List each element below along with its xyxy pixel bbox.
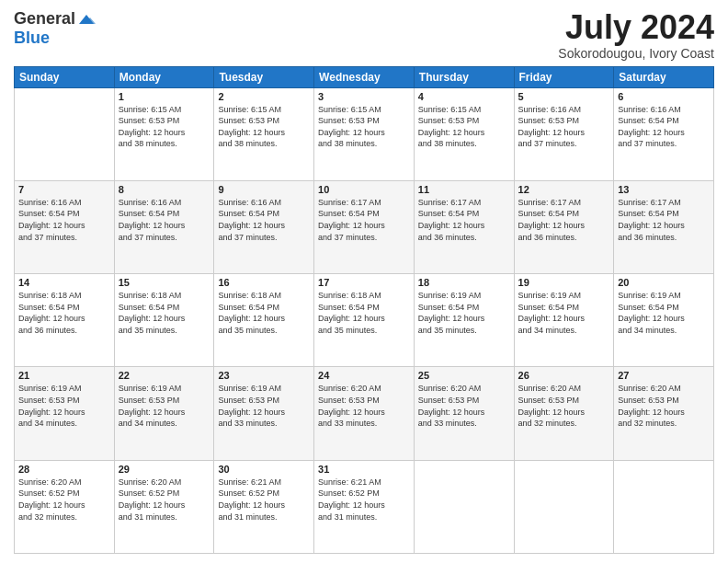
th-wednesday: Wednesday xyxy=(314,66,415,87)
day-info: Sunrise: 6:20 AM Sunset: 6:52 PM Dayligh… xyxy=(119,477,210,523)
calendar-cell xyxy=(15,87,115,180)
day-number: 14 xyxy=(18,277,110,288)
day-number: 27 xyxy=(618,370,710,381)
calendar-week-3: 14Sunrise: 6:18 AM Sunset: 6:54 PM Dayli… xyxy=(15,274,714,367)
day-info: Sunrise: 6:19 AM Sunset: 6:54 PM Dayligh… xyxy=(418,290,510,336)
day-info: Sunrise: 6:18 AM Sunset: 6:54 PM Dayligh… xyxy=(318,290,410,336)
day-number: 4 xyxy=(418,91,510,102)
day-number: 8 xyxy=(119,184,210,195)
calendar-cell: 10Sunrise: 6:17 AM Sunset: 6:54 PM Dayli… xyxy=(314,180,415,273)
th-friday: Friday xyxy=(514,66,614,87)
th-monday: Monday xyxy=(114,66,214,87)
calendar-cell: 21Sunrise: 6:19 AM Sunset: 6:53 PM Dayli… xyxy=(15,367,115,460)
day-info: Sunrise: 6:19 AM Sunset: 6:54 PM Dayligh… xyxy=(518,290,610,336)
calendar-cell: 29Sunrise: 6:20 AM Sunset: 6:52 PM Dayli… xyxy=(114,460,214,553)
calendar-cell: 15Sunrise: 6:18 AM Sunset: 6:54 PM Dayli… xyxy=(114,274,214,367)
day-number: 12 xyxy=(518,184,610,195)
day-number: 3 xyxy=(318,91,410,102)
day-number: 7 xyxy=(18,184,110,195)
day-info: Sunrise: 6:20 AM Sunset: 6:53 PM Dayligh… xyxy=(518,383,610,429)
logo-blue-text: Blue xyxy=(14,29,50,47)
calendar-cell: 28Sunrise: 6:20 AM Sunset: 6:52 PM Dayli… xyxy=(15,460,115,553)
day-number: 6 xyxy=(618,91,710,102)
th-thursday: Thursday xyxy=(414,66,514,87)
calendar-cell: 4Sunrise: 6:15 AM Sunset: 6:53 PM Daylig… xyxy=(414,87,514,180)
day-info: Sunrise: 6:21 AM Sunset: 6:52 PM Dayligh… xyxy=(318,477,410,523)
th-tuesday: Tuesday xyxy=(214,66,314,87)
calendar-cell: 18Sunrise: 6:19 AM Sunset: 6:54 PM Dayli… xyxy=(414,274,514,367)
calendar-cell: 12Sunrise: 6:17 AM Sunset: 6:54 PM Dayli… xyxy=(514,180,614,273)
logo-general-text: General xyxy=(14,9,75,29)
calendar-cell xyxy=(614,460,714,553)
day-info: Sunrise: 6:20 AM Sunset: 6:53 PM Dayligh… xyxy=(418,383,510,429)
day-number: 1 xyxy=(119,91,210,102)
day-number: 21 xyxy=(18,370,110,381)
calendar-cell: 13Sunrise: 6:17 AM Sunset: 6:54 PM Dayli… xyxy=(614,180,714,273)
day-number: 11 xyxy=(418,184,510,195)
day-info: Sunrise: 6:17 AM Sunset: 6:54 PM Dayligh… xyxy=(418,197,510,243)
day-number: 30 xyxy=(218,464,310,475)
day-info: Sunrise: 6:19 AM Sunset: 6:53 PM Dayligh… xyxy=(218,383,310,429)
day-number: 17 xyxy=(318,277,410,288)
day-info: Sunrise: 6:19 AM Sunset: 6:53 PM Dayligh… xyxy=(119,383,210,429)
day-number: 16 xyxy=(218,277,310,288)
day-number: 20 xyxy=(618,277,710,288)
day-info: Sunrise: 6:20 AM Sunset: 6:52 PM Dayligh… xyxy=(18,477,110,523)
calendar-header: Sunday Monday Tuesday Wednesday Thursday… xyxy=(15,66,714,87)
day-number: 26 xyxy=(518,370,610,381)
calendar-cell: 11Sunrise: 6:17 AM Sunset: 6:54 PM Dayli… xyxy=(414,180,514,273)
calendar-cell: 22Sunrise: 6:19 AM Sunset: 6:53 PM Dayli… xyxy=(114,367,214,460)
day-info: Sunrise: 6:16 AM Sunset: 6:54 PM Dayligh… xyxy=(618,104,710,150)
calendar-cell: 2Sunrise: 6:15 AM Sunset: 6:53 PM Daylig… xyxy=(214,87,314,180)
weekday-row: Sunday Monday Tuesday Wednesday Thursday… xyxy=(15,66,714,87)
day-info: Sunrise: 6:16 AM Sunset: 6:54 PM Dayligh… xyxy=(119,197,210,243)
day-info: Sunrise: 6:20 AM Sunset: 6:53 PM Dayligh… xyxy=(318,383,410,429)
calendar-body: 1Sunrise: 6:15 AM Sunset: 6:53 PM Daylig… xyxy=(15,87,714,553)
location-subtitle: Sokorodougou, Ivory Coast xyxy=(558,46,714,61)
header: General Blue July 2024 Sokorodougou, Ivo… xyxy=(14,9,714,61)
th-sunday: Sunday xyxy=(15,66,115,87)
day-number: 24 xyxy=(318,370,410,381)
calendar-week-1: 1Sunrise: 6:15 AM Sunset: 6:53 PM Daylig… xyxy=(15,87,714,180)
day-number: 15 xyxy=(119,277,210,288)
calendar-week-2: 7Sunrise: 6:16 AM Sunset: 6:54 PM Daylig… xyxy=(15,180,714,273)
day-number: 31 xyxy=(318,464,410,475)
calendar-cell: 1Sunrise: 6:15 AM Sunset: 6:53 PM Daylig… xyxy=(114,87,214,180)
day-info: Sunrise: 6:18 AM Sunset: 6:54 PM Dayligh… xyxy=(218,290,310,336)
day-number: 19 xyxy=(518,277,610,288)
calendar-cell: 25Sunrise: 6:20 AM Sunset: 6:53 PM Dayli… xyxy=(414,367,514,460)
day-info: Sunrise: 6:17 AM Sunset: 6:54 PM Dayligh… xyxy=(518,197,610,243)
day-number: 22 xyxy=(119,370,210,381)
calendar-cell: 23Sunrise: 6:19 AM Sunset: 6:53 PM Dayli… xyxy=(214,367,314,460)
calendar-cell: 8Sunrise: 6:16 AM Sunset: 6:54 PM Daylig… xyxy=(114,180,214,273)
calendar-cell: 9Sunrise: 6:16 AM Sunset: 6:54 PM Daylig… xyxy=(214,180,314,273)
day-info: Sunrise: 6:18 AM Sunset: 6:54 PM Dayligh… xyxy=(18,290,110,336)
calendar-table: Sunday Monday Tuesday Wednesday Thursday… xyxy=(14,66,714,554)
calendar-cell: 24Sunrise: 6:20 AM Sunset: 6:53 PM Dayli… xyxy=(314,367,415,460)
day-info: Sunrise: 6:15 AM Sunset: 6:53 PM Dayligh… xyxy=(119,104,210,150)
day-info: Sunrise: 6:18 AM Sunset: 6:54 PM Dayligh… xyxy=(119,290,210,336)
day-number: 9 xyxy=(218,184,310,195)
calendar-cell: 31Sunrise: 6:21 AM Sunset: 6:52 PM Dayli… xyxy=(314,460,415,553)
day-number: 13 xyxy=(618,184,710,195)
day-number: 18 xyxy=(418,277,510,288)
day-number: 25 xyxy=(418,370,510,381)
calendar-cell: 16Sunrise: 6:18 AM Sunset: 6:54 PM Dayli… xyxy=(214,274,314,367)
calendar-cell: 6Sunrise: 6:16 AM Sunset: 6:54 PM Daylig… xyxy=(614,87,714,180)
th-saturday: Saturday xyxy=(614,66,714,87)
calendar-cell: 3Sunrise: 6:15 AM Sunset: 6:53 PM Daylig… xyxy=(314,87,415,180)
day-info: Sunrise: 6:15 AM Sunset: 6:53 PM Dayligh… xyxy=(318,104,410,150)
day-info: Sunrise: 6:16 AM Sunset: 6:54 PM Dayligh… xyxy=(18,197,110,243)
day-number: 5 xyxy=(518,91,610,102)
day-info: Sunrise: 6:17 AM Sunset: 6:54 PM Dayligh… xyxy=(618,197,710,243)
title-block: July 2024 Sokorodougou, Ivory Coast xyxy=(558,9,714,61)
day-info: Sunrise: 6:19 AM Sunset: 6:53 PM Dayligh… xyxy=(18,383,110,429)
calendar-cell: 17Sunrise: 6:18 AM Sunset: 6:54 PM Dayli… xyxy=(314,274,415,367)
day-info: Sunrise: 6:15 AM Sunset: 6:53 PM Dayligh… xyxy=(418,104,510,150)
logo: General Blue xyxy=(14,9,99,48)
day-number: 28 xyxy=(18,464,110,475)
month-title: July 2024 xyxy=(558,9,714,46)
day-info: Sunrise: 6:16 AM Sunset: 6:53 PM Dayligh… xyxy=(518,104,610,150)
calendar-cell: 19Sunrise: 6:19 AM Sunset: 6:54 PM Dayli… xyxy=(514,274,614,367)
day-number: 10 xyxy=(318,184,410,195)
